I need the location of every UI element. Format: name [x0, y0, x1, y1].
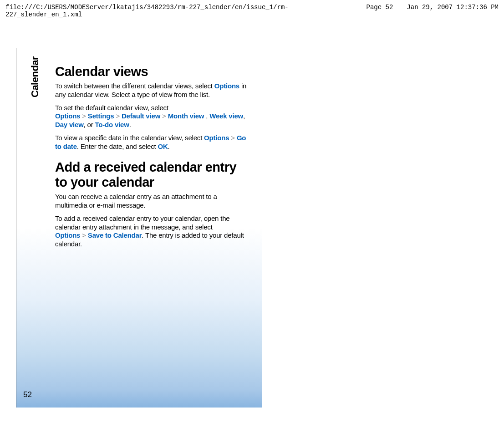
text: .: [129, 121, 131, 128]
paragraph-calendar-views-3: To view a specific date in the calendar …: [55, 134, 251, 151]
paragraph-add-received-2: To add a received calendar entry to your…: [55, 214, 251, 249]
text: . Enter the date, and select: [77, 143, 158, 150]
paragraph-calendar-views-1: To switch between the different calendar…: [55, 82, 251, 99]
content-area: Calendar views To switch between the dif…: [55, 64, 251, 253]
highlight-todo-view: To-do view: [95, 121, 129, 128]
side-label: Calendar: [29, 56, 41, 97]
separator-chevron: >: [160, 112, 168, 120]
separator-chevron: >: [229, 134, 237, 142]
timestamp: Jan 29, 2007 12:37:36 PM: [407, 4, 499, 18]
highlight-save-to-calendar: Save to Calendar: [88, 231, 142, 239]
highlight-day-view: Day view: [55, 121, 84, 128]
highlight-week-view: Week view: [209, 112, 243, 120]
separator-chevron: >: [80, 112, 88, 120]
file-path: file:///C:/USERS/MODEServer/lkatajis/348…: [5, 4, 353, 18]
paragraph-calendar-views-2: To set the default calendar view, select…: [55, 104, 251, 129]
text: To set the default calendar view, select: [55, 104, 168, 112]
text: .: [168, 143, 170, 150]
highlight-month-view: Month view: [168, 112, 204, 120]
highlight-options: Options: [204, 134, 229, 142]
highlight-ok: OK: [158, 143, 168, 150]
text: ,: [243, 112, 245, 120]
highlight-options: Options: [55, 112, 80, 120]
page-container: Calendar Calendar views To switch betwee…: [16, 48, 262, 408]
text: To add a received calendar entry to your…: [55, 214, 229, 231]
highlight-settings: Settings: [88, 112, 114, 120]
page-number: 52: [23, 390, 32, 399]
paragraph-add-received-1: You can receive a calendar entry as an a…: [55, 193, 251, 210]
heading-calendar-views: Calendar views: [55, 64, 251, 79]
separator-chevron: >: [114, 112, 122, 120]
highlight-options: Options: [55, 231, 80, 239]
text: You can receive a calendar entry as an a…: [55, 193, 217, 209]
page-label: Page 52: [367, 4, 393, 18]
text: To switch between the different calendar…: [55, 82, 214, 90]
heading-add-received: Add a received calendar entry to your ca…: [55, 160, 251, 190]
text: To view a specific date in the calendar …: [55, 134, 204, 142]
highlight-default-view: Default view: [122, 112, 160, 120]
header-bar: file:///C:/USERS/MODEServer/lkatajis/348…: [0, 0, 504, 20]
text: ,: [204, 112, 209, 120]
separator-chevron: >: [80, 231, 88, 239]
text: , or: [84, 121, 95, 128]
highlight-options: Options: [214, 82, 239, 90]
